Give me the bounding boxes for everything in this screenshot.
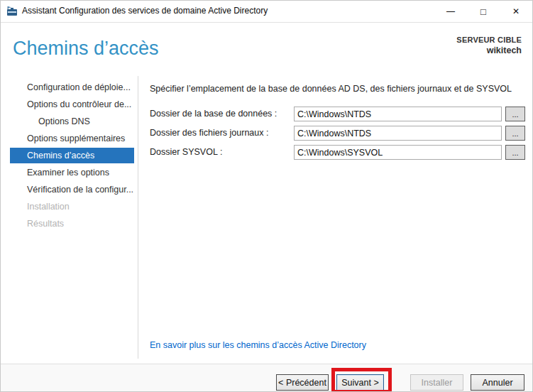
wizard-window: Assistant Configuration des services de … — [0, 0, 533, 392]
page-title: Chemins d’accès — [13, 38, 159, 60]
sidebar-item-resultats: Résultats — [10, 216, 134, 232]
sidebar-item-options-controleur[interactable]: Options du contrôleur de... — [10, 97, 134, 112]
sysvol-folder-label: Dossier SYSVOL : — [150, 145, 292, 160]
sysvol-folder-browse-button[interactable]: ... — [505, 145, 525, 160]
maximize-icon: □ — [480, 7, 486, 16]
sidebar-item-examiner-options[interactable]: Examiner les options — [10, 165, 134, 180]
maximize-button[interactable]: □ — [467, 1, 500, 22]
minimize-button[interactable]: — — [434, 1, 467, 22]
instruction-text: Spécifier l’emplacement de la base de do… — [150, 84, 522, 94]
minimize-icon: — — [446, 7, 455, 16]
learn-more-link[interactable]: En savoir plus sur les chemins d’accès A… — [150, 340, 366, 350]
install-button: Installer — [410, 374, 463, 391]
sidebar-item-options-dns[interactable]: Options DNS — [10, 114, 134, 129]
titlebar: Assistant Configuration des services de … — [1, 1, 532, 23]
sidebar-item-options-supplementaires[interactable]: Options supplémentaires — [10, 131, 134, 146]
sysvol-folder-input[interactable] — [294, 145, 502, 160]
target-server-label: SERVEUR CIBLE — [456, 36, 522, 45]
db-folder-input[interactable] — [294, 107, 502, 121]
close-button[interactable]: ✕ — [500, 1, 532, 22]
target-server-name: wikitech — [456, 45, 522, 57]
sidebar-divider — [138, 76, 138, 359]
log-folder-label: Dossier des fichiers journaux : — [150, 126, 292, 141]
sidebar-item-chemins-acces[interactable]: Chemins d’accès — [10, 148, 134, 163]
db-folder-label: Dossier de la base de données : — [150, 107, 292, 121]
next-button[interactable]: Suivant > — [336, 374, 384, 391]
sidebar-item-verification-configuration[interactable]: Vérification de la configur... — [10, 182, 134, 197]
window-controls: — □ ✕ — [434, 1, 532, 22]
log-folder-browse-button[interactable]: ... — [505, 126, 525, 141]
close-icon: ✕ — [512, 7, 520, 16]
previous-button[interactable]: < Précédent — [276, 374, 329, 391]
cancel-button[interactable]: Annuler — [471, 374, 524, 391]
window-title: Assistant Configuration des services de … — [22, 6, 268, 16]
log-folder-input[interactable] — [294, 126, 502, 141]
footer-separator — [1, 364, 533, 364]
db-folder-browse-button[interactable]: ... — [505, 107, 525, 121]
sidebar-item-installation: Installation — [10, 199, 134, 214]
target-server-block: SERVEUR CIBLE wikitech — [456, 36, 522, 56]
sidebar-item-configuration-deploiement[interactable]: Configuration de déploie... — [10, 80, 134, 95]
app-icon — [6, 6, 18, 17]
